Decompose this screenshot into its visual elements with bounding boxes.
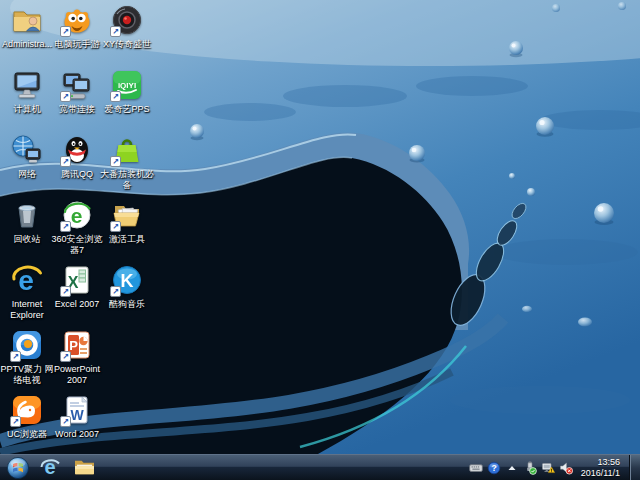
shortcut-arrow-icon: ↗ — [110, 26, 121, 37]
desktop-icon-internet-explorer[interactable]: eInternet Explorer — [2, 264, 52, 328]
desktop-icon-label: 激活工具 — [99, 234, 155, 245]
shortcut-arrow-icon: ↗ — [110, 221, 121, 232]
desktop-icon-tencent-qq[interactable]: ↗腾讯QQ — [52, 134, 102, 198]
pc-mobile-game-icon: ↗ — [61, 4, 93, 36]
tencent-qq-icon: ↗ — [61, 134, 93, 166]
svg-text:iQIYI: iQIYI — [118, 81, 136, 90]
shortcut-arrow-icon: ↗ — [60, 286, 71, 297]
svg-text:e: e — [71, 204, 83, 227]
shortcut-arrow-icon: ↗ — [60, 26, 71, 37]
desktop-icon-label: PPTV聚力 网络电视 — [0, 364, 55, 386]
desktop-icon-broadband-connection[interactable]: ↗宽带连接 — [52, 69, 102, 133]
pptv-icon: ↗ — [11, 329, 43, 361]
broadband-connection-icon: ↗ — [61, 69, 93, 101]
show-desktop-button[interactable] — [629, 455, 640, 480]
desktop-icon-label: 网络 — [0, 169, 55, 180]
activation-tool-icon: ↗ — [111, 199, 143, 231]
clock-date: 2016/11/1 — [581, 468, 620, 479]
desktop-icon-computer[interactable]: 计算机 — [2, 69, 52, 133]
desktop-icon-360-secure-browser[interactable]: e↗360安全浏览器7 — [52, 199, 102, 263]
svg-text:K: K — [121, 271, 134, 291]
desktop-icon-iqiyi-pps[interactable]: iQIYI↗爱奇艺PPS — [102, 69, 152, 133]
shortcut-arrow-icon: ↗ — [10, 416, 21, 427]
desktop-icon-label: 爱奇艺PPS — [99, 104, 155, 115]
tray-clock[interactable]: 13:56 2016/11/1 — [577, 457, 625, 479]
svg-text:?: ? — [492, 463, 497, 473]
internet-explorer-icon: e — [11, 264, 43, 296]
taskbar: e ? 13:56 2016/11/1 — [0, 454, 640, 480]
desktop-icon-label: 宽带连接 — [49, 104, 105, 115]
computer-icon — [11, 69, 43, 101]
desktop-icon-label: XY传奇盛世 — [99, 39, 155, 50]
desktop-icon-label: Excel 2007 — [49, 299, 105, 310]
desktop-icon-xy-legend-game[interactable]: ↗XY传奇盛世 — [102, 4, 152, 68]
help-tray-icon[interactable]: ? — [487, 459, 502, 477]
safely-remove-hardware-icon[interactable] — [523, 459, 538, 477]
desktop-icon-pptv[interactable]: ↗PPTV聚力 网络电视 — [2, 329, 52, 393]
recycle-bin-icon — [11, 199, 43, 231]
desktop-icon-label: UC浏览器 — [0, 429, 55, 440]
start-button[interactable] — [3, 455, 33, 480]
shortcut-arrow-icon: ↗ — [60, 91, 71, 102]
desktop-icon-label: 大番茄装机必备 — [99, 169, 155, 191]
svg-text:W: W — [70, 407, 84, 423]
desktop-icon-tomato-essentials[interactable]: ↗大番茄装机必备 — [102, 134, 152, 198]
desktop-icon-label: Administra... — [0, 39, 55, 50]
shortcut-arrow-icon: ↗ — [60, 351, 71, 362]
system-tray: ? 13:56 2016/11/1 — [469, 457, 629, 479]
administrator-folder-icon — [11, 4, 43, 36]
shortcut-arrow-icon: ↗ — [10, 351, 21, 362]
desktop-icon-recycle-bin[interactable]: 回收站 — [2, 199, 52, 263]
show-hidden-icons-button[interactable] — [505, 459, 520, 477]
desktop-icon-label: 回收站 — [0, 234, 55, 245]
desktop-icon-kugou-music[interactable]: K↗酷狗音乐 — [102, 264, 152, 328]
desktop-icon-label: 电脑玩手游 — [49, 39, 105, 50]
desktop-icon-label: Internet Explorer — [0, 299, 55, 321]
desktop-icon-label: 计算机 — [0, 104, 55, 115]
excel-2007-icon: X↗ — [61, 264, 93, 296]
uc-browser-icon: ↗ — [11, 394, 43, 426]
tomato-essentials-icon: ↗ — [111, 134, 143, 166]
desktop-icon-word-2007[interactable]: W↗Word 2007 — [52, 394, 102, 454]
xy-legend-game-icon: ↗ — [111, 4, 143, 36]
word-2007-icon: W↗ — [61, 394, 93, 426]
network-warning-icon[interactable] — [541, 459, 556, 477]
desktop-icon-pc-mobile-game[interactable]: ↗电脑玩手游 — [52, 4, 102, 68]
360-secure-browser-icon: e↗ — [61, 199, 93, 231]
clock-time: 13:56 — [581, 457, 620, 468]
shortcut-arrow-icon: ↗ — [110, 286, 121, 297]
shortcut-arrow-icon: ↗ — [110, 91, 121, 102]
desktop-icon-label: 腾讯QQ — [49, 169, 105, 180]
desktop: Administra...↗电脑玩手游↗XY传奇盛世计算机↗宽带连接iQIYI↗… — [0, 0, 640, 454]
shortcut-arrow-icon: ↗ — [60, 416, 71, 427]
shortcut-arrow-icon: ↗ — [60, 221, 71, 232]
powerpoint-2007-icon: P↗ — [61, 329, 93, 361]
desktop-icon-administrator-folder[interactable]: Administra... — [2, 4, 52, 68]
taskbar-explorer-button[interactable] — [67, 455, 101, 480]
shortcut-arrow-icon: ↗ — [60, 156, 71, 167]
desktop-icon-powerpoint-2007[interactable]: P↗PowerPoint 2007 — [52, 329, 102, 393]
shortcut-arrow-icon: ↗ — [110, 156, 121, 167]
desktop-icon-label: PowerPoint 2007 — [49, 364, 105, 386]
desktop-icon-label: Word 2007 — [49, 429, 105, 440]
volume-muted-icon[interactable] — [559, 459, 574, 477]
desktop-icon-grid: Administra...↗电脑玩手游↗XY传奇盛世计算机↗宽带连接iQIYI↗… — [0, 0, 640, 454]
desktop-icon-activation-tool[interactable]: ↗激活工具 — [102, 199, 152, 263]
network-icon — [11, 134, 43, 166]
desktop-icon-network[interactable]: 网络 — [2, 134, 52, 198]
desktop-icon-label: 360安全浏览器7 — [49, 234, 105, 256]
desktop-icon-excel-2007[interactable]: X↗Excel 2007 — [52, 264, 102, 328]
input-method-icon[interactable] — [469, 459, 484, 477]
desktop-icon-label: 酷狗音乐 — [99, 299, 155, 310]
iqiyi-pps-icon: iQIYI↗ — [111, 69, 143, 101]
desktop-icon-uc-browser[interactable]: ↗UC浏览器 — [2, 394, 52, 454]
kugou-music-icon: K↗ — [111, 264, 143, 296]
taskbar-ie-button[interactable]: e — [33, 455, 67, 480]
